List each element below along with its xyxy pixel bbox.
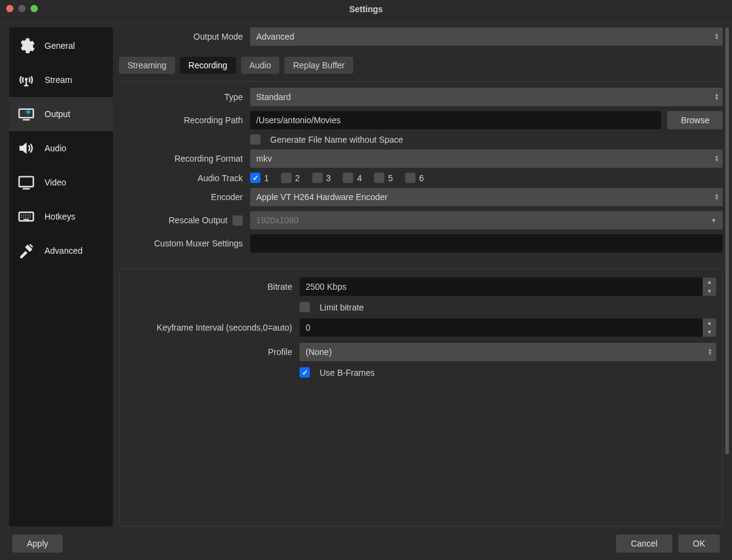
sidebar-item-label: Output [45,109,70,119]
tab-streaming[interactable]: Streaming [119,57,175,74]
audio-track-2-checkbox[interactable] [281,173,292,183]
audio-track-1-checkbox[interactable] [250,173,260,183]
keyboard-icon [16,208,36,225]
recording-format-label: Recording Format [119,154,250,163]
sidebar-item-label: Hotkeys [45,212,76,221]
rescale-output-select[interactable]: 1920x1080 ▼ [250,211,723,229]
tools-icon [16,242,36,259]
audio-track-6-checkbox[interactable] [405,173,415,183]
minimize-window-button[interactable] [18,5,26,12]
updown-arrows-icon: ▲▼ [708,348,712,356]
browse-button[interactable]: Browse [667,111,723,129]
main-content: Output Mode Advanced ▲▼ Streaming Record… [119,27,723,526]
updown-arrows-icon: ▲▼ [714,155,719,162]
sidebar-item-label: Stream [45,75,72,85]
updown-arrows-icon: ▲▼ [714,193,719,201]
updown-arrows-icon: ▲▼ [714,33,719,40]
recording-type-select[interactable]: Standard ▲▼ [250,88,723,106]
sidebar-item-video[interactable]: Video [9,165,113,199]
limit-bitrate-label: Limit bitrate [320,303,364,312]
rescale-output-label: Rescale Output [169,215,228,225]
scrollbar[interactable] [725,27,729,454]
window-title: Settings [349,4,382,14]
tab-recording[interactable]: Recording [180,57,236,74]
sidebar-item-advanced[interactable]: Advanced [9,234,113,268]
chevron-down-icon: ▼ [711,217,717,224]
audio-track-label: Audio Track [119,173,250,183]
audio-track-5-checkbox[interactable] [374,173,384,183]
bitrate-label: Bitrate [126,282,300,292]
generate-filename-checkbox[interactable] [250,134,260,145]
sidebar-item-label: Audio [45,143,66,153]
speaker-icon [16,140,36,157]
custom-muxer-input[interactable] [250,234,723,253]
output-icon [16,106,36,123]
sidebar-item-label: Advanced [45,246,82,256]
spinner-arrows-icon[interactable]: ▲▼ [703,318,716,337]
footer: Apply Cancel OK [0,526,732,560]
sidebar-item-label: General [45,41,75,51]
encoder-settings-box: Bitrate 2500 Kbps ▲▼ Limit bitrate Keyfr… [119,268,723,526]
limit-bitrate-checkbox[interactable] [300,302,310,312]
zoom-window-button[interactable] [30,5,38,12]
titlebar: Settings [0,0,732,18]
settings-sidebar: General Stream Output Audio Video [9,27,113,526]
close-window-button[interactable] [6,5,13,12]
profile-select[interactable]: (None) ▲▼ [300,343,716,361]
svg-rect-1 [19,109,33,118]
encoder-label: Encoder [119,192,250,202]
keyframe-interval-input[interactable]: 0 ▲▼ [300,318,716,337]
ok-button[interactable]: OK [678,534,720,553]
recording-path-input[interactable]: /Users/antonio/Movies [250,111,661,129]
tab-audio[interactable]: Audio [241,57,280,74]
rescale-output-checkbox[interactable] [232,215,243,226]
output-mode-select[interactable]: Advanced ▲▼ [250,27,723,46]
encoder-select[interactable]: Apple VT H264 Hardware Encoder ▲▼ [250,188,723,206]
svg-rect-2 [19,177,33,187]
use-bframes-label: Use B-Frames [320,368,375,378]
tab-replay-buffer[interactable]: Replay Buffer [284,57,353,74]
audio-track-3-checkbox[interactable] [312,173,323,183]
updown-arrows-icon: ▲▼ [714,93,719,101]
output-tabs: Streaming Recording Audio Replay Buffer [119,57,723,74]
window-controls [6,5,38,12]
antenna-icon [16,71,36,88]
spinner-arrows-icon[interactable]: ▲▼ [703,278,716,296]
custom-muxer-label: Custom Muxer Settings [119,239,250,248]
sidebar-item-general[interactable]: General [9,29,113,63]
recording-format-select[interactable]: mkv ▲▼ [250,149,723,168]
sidebar-item-label: Video [45,178,66,187]
cancel-button[interactable]: Cancel [616,534,672,553]
bitrate-input[interactable]: 2500 Kbps ▲▼ [300,278,716,296]
apply-button[interactable]: Apply [12,534,63,553]
output-mode-label: Output Mode [119,32,250,41]
use-bframes-checkbox[interactable] [300,367,310,378]
profile-label: Profile [126,347,300,357]
sidebar-item-stream[interactable]: Stream [9,63,113,97]
sidebar-item-output[interactable]: Output [9,97,113,131]
audio-track-4-checkbox[interactable] [343,173,353,183]
keyframe-interval-label: Keyframe Interval (seconds,0=auto) [126,323,300,332]
generate-filename-label: Generate File Name without Space [270,135,403,145]
monitor-icon [16,174,36,191]
gear-icon [16,37,36,54]
sidebar-item-audio[interactable]: Audio [9,131,113,165]
type-label: Type [119,92,250,102]
recording-path-label: Recording Path [119,115,250,125]
sidebar-item-hotkeys[interactable]: Hotkeys [9,199,113,234]
